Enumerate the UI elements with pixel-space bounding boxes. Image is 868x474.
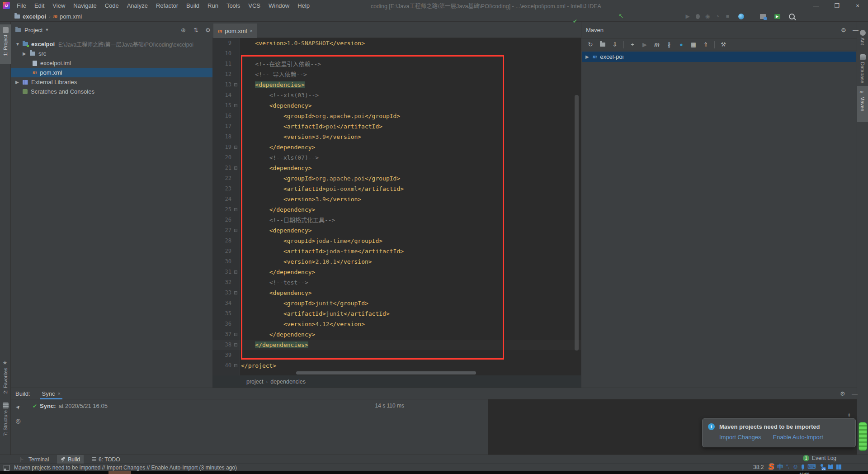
event-log-button[interactable]: 1 Event Log bbox=[803, 455, 836, 461]
settings-gear-icon[interactable]: ⚙ bbox=[840, 390, 845, 397]
menu-code[interactable]: Code bbox=[101, 0, 123, 11]
code-line[interactable]: 9 <version>1.0-SNAPSHOT</version> bbox=[212, 38, 581, 48]
tab-close-icon[interactable]: × bbox=[57, 391, 60, 396]
sogou-logo-icon[interactable]: S bbox=[769, 461, 774, 472]
ime-skin-icon[interactable] bbox=[828, 465, 833, 469]
ime-account-icon[interactable] bbox=[819, 464, 825, 469]
collapse-all-icon[interactable]: ⇑ bbox=[700, 41, 711, 48]
menu-help[interactable]: Help bbox=[293, 0, 314, 11]
green-arrow-icon[interactable]: ↖ bbox=[618, 12, 624, 19]
editor-vertical-scrollbar[interactable] bbox=[575, 95, 579, 351]
search-everywhere-icon[interactable] bbox=[787, 11, 797, 22]
execute-goal-icon[interactable]: m bbox=[651, 41, 662, 48]
project-structure-icon[interactable] bbox=[758, 11, 768, 22]
tree-row-iml[interactable]: excelpoi.iml bbox=[11, 58, 212, 68]
tab-pom-xml[interactable]: m pom.xml × bbox=[213, 24, 257, 38]
fold-marker-icon[interactable] bbox=[231, 163, 240, 173]
download-sources-icon[interactable]: ⇩ bbox=[609, 41, 620, 48]
menu-window[interactable]: Window bbox=[264, 0, 293, 11]
window-minimize-icon[interactable]: — bbox=[806, 0, 826, 11]
tree-row-pom-selected[interactable]: m pom.xml bbox=[11, 68, 212, 77]
caret-position[interactable]: 38:2 bbox=[753, 464, 764, 470]
add-maven-project-icon[interactable]: + bbox=[627, 41, 638, 48]
tree-row-excelpoi[interactable]: ▼ excelpoi E:\Java工程师之路\第一层Java基础\POI\co… bbox=[11, 39, 212, 49]
toolwindow-database-button[interactable]: Database bbox=[857, 52, 868, 90]
locate-icon[interactable]: ⊕ bbox=[181, 27, 186, 33]
chevron-right-icon[interactable]: ▶ bbox=[15, 80, 23, 85]
menu-tools[interactable]: Tools bbox=[222, 0, 244, 11]
offline-mode-icon[interactable]: ● bbox=[676, 41, 687, 48]
tree-row-scratches[interactable]: Scratches and Consoles bbox=[11, 87, 212, 96]
toolwindow-structure-button[interactable]: 7: Structure bbox=[0, 400, 11, 443]
collapse-all-icon[interactable]: ⇅ bbox=[193, 27, 198, 33]
hide-panel-icon[interactable]: — bbox=[853, 27, 859, 33]
inspections-ok-icon[interactable]: ✔ bbox=[573, 18, 577, 24]
chevron-right-icon[interactable]: ▶ bbox=[23, 51, 30, 56]
run-anything-icon[interactable]: ▶ bbox=[772, 11, 782, 22]
fold-marker-icon[interactable] bbox=[231, 267, 240, 277]
fold-marker-icon[interactable] bbox=[231, 204, 240, 215]
import-changes-link[interactable]: Import Changes bbox=[719, 434, 761, 441]
fold-marker-icon[interactable] bbox=[231, 288, 240, 298]
toolwindow-maven-button[interactable]: m Maven bbox=[857, 86, 868, 122]
code-line[interactable]: 40</project> bbox=[212, 360, 581, 371]
ime-language-icon[interactable]: 中 bbox=[777, 461, 783, 472]
menu-view[interactable]: View bbox=[48, 0, 69, 11]
ime-toolbox-icon[interactable] bbox=[836, 465, 841, 469]
chevron-down-icon[interactable]: ▼ bbox=[45, 28, 49, 32]
project-panel-title[interactable]: Project bbox=[24, 27, 42, 33]
chevron-down-icon[interactable]: ▼ bbox=[15, 42, 23, 47]
menu-analyze[interactable]: Analyze bbox=[123, 0, 152, 11]
settings-gear-icon[interactable]: ⚙ bbox=[841, 27, 846, 33]
toolwindow-favorites-button[interactable]: ★ 2: Favorites bbox=[0, 357, 11, 401]
tree-row-src[interactable]: ▶ src bbox=[11, 49, 212, 58]
window-maximize-icon[interactable]: ❒ bbox=[826, 0, 847, 11]
menu-navigate[interactable]: Navigate bbox=[69, 0, 100, 11]
reimport-maven-icon[interactable]: ↻ bbox=[585, 41, 596, 48]
skip-tests-icon[interactable]: ∦ bbox=[664, 41, 675, 48]
breadcrumb-file[interactable]: pom.xml bbox=[60, 13, 82, 20]
browser-icon[interactable] bbox=[736, 11, 746, 22]
ime-emoji-icon[interactable]: ☺ bbox=[793, 461, 798, 472]
show-dependencies-icon[interactable]: ▦ bbox=[688, 41, 699, 48]
menu-build[interactable]: Build bbox=[182, 0, 203, 11]
fold-marker-icon[interactable] bbox=[231, 340, 240, 350]
menu-vcs[interactable]: VCS bbox=[244, 0, 264, 11]
menu-refactor[interactable]: Refactor bbox=[152, 0, 182, 11]
toolwindow-project-button[interactable]: 1: Project bbox=[0, 24, 11, 64]
fold-marker-icon[interactable] bbox=[231, 100, 240, 111]
editor-horizontal-scrollbar[interactable] bbox=[296, 371, 476, 374]
ime-punctuation-icon[interactable]: °, bbox=[786, 461, 789, 472]
settings-gear-icon[interactable]: ⚙ bbox=[205, 27, 211, 33]
enable-auto-import-link[interactable]: Enable Auto-Import bbox=[773, 434, 823, 441]
breadcrumb-project[interactable]: excelpoi bbox=[23, 13, 46, 20]
toolwindow-toggle-icon[interactable] bbox=[4, 465, 9, 471]
ime-keyboard-icon[interactable]: ⌨ bbox=[807, 461, 816, 472]
fold-marker-icon[interactable] bbox=[231, 360, 240, 371]
breadcrumb-project-tag[interactable]: project bbox=[246, 379, 264, 385]
tab-close-icon[interactable]: × bbox=[250, 28, 252, 33]
chevron-right-icon[interactable]: ▶ bbox=[585, 54, 593, 59]
maven-project-row-selected[interactable]: ▶ m excel-poi bbox=[582, 52, 856, 62]
generate-sources-icon[interactable] bbox=[597, 41, 608, 48]
status-message[interactable]: Maven projects need to be imported // Im… bbox=[14, 465, 237, 471]
hide-panel-icon[interactable]: — bbox=[852, 390, 858, 397]
fold-marker-icon[interactable] bbox=[231, 80, 240, 90]
build-sync-row[interactable]: ✔ Sync: at 2020/5/21 16:05 bbox=[33, 403, 108, 409]
menu-edit[interactable]: Edit bbox=[30, 0, 48, 11]
toolwindow-terminal-button[interactable]: ›_ Terminal bbox=[16, 455, 52, 464]
tree-row-external-libraries[interactable]: ▶ External Libraries bbox=[11, 77, 212, 87]
inspect-icon[interactable]: ◎ bbox=[15, 417, 20, 424]
fold-marker-icon[interactable] bbox=[231, 142, 240, 152]
menu-run[interactable]: Run bbox=[203, 0, 222, 11]
pin-icon[interactable]: ➤ bbox=[14, 403, 22, 411]
toolwindow-build-button[interactable]: Build bbox=[57, 455, 84, 464]
menu-file[interactable]: File bbox=[13, 0, 30, 11]
toolwindow-todo-button[interactable]: 6: TODO bbox=[88, 455, 124, 464]
scroll-to-end-icon[interactable]: ⇟ bbox=[847, 412, 851, 417]
fold-marker-icon[interactable] bbox=[231, 329, 240, 340]
breadcrumb-dependencies-tag[interactable]: dependencies bbox=[270, 379, 306, 385]
maven-settings-icon[interactable]: ⚒ bbox=[718, 41, 729, 48]
window-close-icon[interactable]: × bbox=[847, 0, 868, 11]
fold-marker-icon[interactable] bbox=[231, 225, 240, 236]
